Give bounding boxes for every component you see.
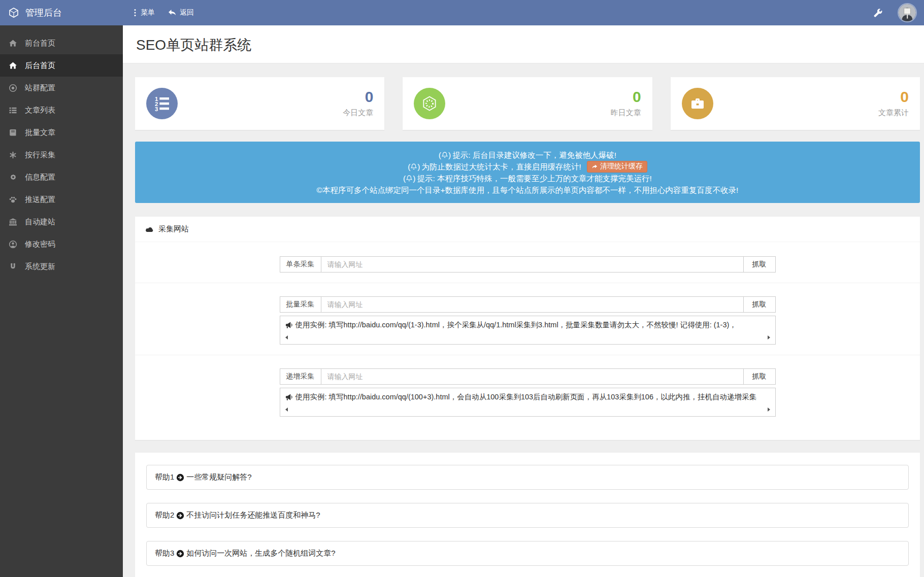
reply-icon — [168, 9, 176, 16]
notice-text: 提示: 后台目录建议修改一下，避免被他人爆破! — [452, 149, 616, 161]
menu-label: 菜单 — [141, 8, 155, 17]
arrow-circle-right-icon — [176, 550, 184, 558]
list-icon — [9, 106, 17, 115]
stat-card-yesterday: 0 昨日文章 — [403, 77, 652, 130]
bank-icon — [9, 218, 17, 226]
back-link[interactable]: 返回 — [168, 8, 194, 17]
chrome-globe-icon — [9, 84, 17, 92]
notice-line: () 提示: 后台目录建议修改一下，避免被他人爆破! — [145, 149, 910, 161]
sidebar-item-front-home[interactable]: 前台首页 — [0, 32, 123, 54]
sidebar-item-push-config[interactable]: 推送配置 — [0, 188, 123, 211]
sidebar-item-batch-article[interactable]: 批量文章 — [0, 121, 123, 144]
page-title: SEO单页站群系统 — [136, 36, 911, 55]
single-collect-section: 单条采集 抓取 — [135, 249, 920, 283]
sidebar-item-label: 前台首页 — [25, 39, 55, 48]
hexagon-icon — [414, 88, 445, 119]
batch-collect-section: 批量采集 抓取 使用实例: 填写http://baidu.com/qq/(1-3… — [135, 283, 920, 355]
single-collect-input[interactable] — [321, 256, 744, 273]
sidebar-item-change-password[interactable]: 修改密码 — [0, 233, 123, 255]
arrow-circle-right-icon — [176, 512, 184, 520]
svg-text:3: 3 — [155, 106, 158, 112]
stat-label: 今日文章 — [343, 108, 373, 118]
top-nav: 菜单 返回 — [123, 8, 194, 17]
stat-card-total: 0 文章累计 — [671, 77, 920, 130]
magnet-icon — [9, 262, 17, 271]
increment-hint-text: 使用实例: 填写http://baidu.com/qq/(100+3).html… — [295, 392, 757, 402]
bullhorn-icon — [285, 321, 293, 329]
scroll-left-icon[interactable] — [285, 335, 288, 340]
increment-collect-label: 递增采集 — [280, 368, 321, 385]
stat-value: 0 — [611, 89, 641, 105]
sidebar-item-label: 按行采集 — [25, 150, 55, 160]
home-icon — [9, 61, 17, 70]
book-icon — [9, 128, 17, 137]
single-collect-label: 单条采集 — [280, 256, 321, 273]
asterisk-icon — [9, 151, 17, 159]
increment-collect-input[interactable] — [321, 368, 744, 385]
increment-grab-button[interactable]: 抓取 — [744, 368, 776, 385]
top-right-tools — [874, 3, 924, 22]
ellipsis-v-icon — [133, 9, 137, 17]
collect-panel-heading: 采集网站 — [135, 217, 920, 242]
notice-text: ©本程序可多个站点绑定同一个目录+数据库使用，且每个站点所展示的单页内容都不一样… — [317, 184, 739, 196]
sidebar-item-label: 修改密码 — [25, 240, 55, 249]
batch-hint-box: 使用实例: 填写http://baidu.com/qq/(1-3).html，挨… — [280, 316, 776, 345]
help-item-3[interactable]: 帮助3 如何访问一次网站，生成多个随机组词文章? — [146, 541, 909, 566]
help-item-2[interactable]: 帮助2 不挂访问计划任务还能推送百度和神马? — [146, 503, 909, 528]
cloud-icon — [145, 226, 154, 233]
scroll-right-icon[interactable] — [768, 408, 770, 412]
sidebar-item-site-config[interactable]: 站群配置 — [0, 77, 123, 99]
sidebar-item-label: 自动建站 — [25, 217, 55, 227]
help-question: 不挂访问计划任务还能推送百度和神马? — [186, 511, 320, 520]
stat-card-today: 123 0 今日文章 — [135, 77, 384, 130]
batch-grab-button[interactable]: 抓取 — [744, 296, 776, 313]
single-grab-button[interactable]: 抓取 — [744, 256, 776, 273]
batch-collect-input[interactable] — [321, 296, 744, 313]
increment-collect-section: 递增采集 抓取 使用实例: 填写http://baidu.com/qq/(100… — [135, 355, 920, 427]
batch-collect-label: 批量采集 — [280, 296, 321, 313]
scroll-left-icon[interactable] — [285, 408, 288, 412]
increment-hint-scrollbar[interactable] — [285, 405, 770, 413]
avatar[interactable] — [898, 3, 917, 22]
help-item-1[interactable]: 帮助1 一些常规疑问解答? — [146, 465, 909, 490]
clear-cache-button[interactable]: 清理统计缓存 — [587, 161, 647, 173]
wrench-icon[interactable] — [874, 9, 882, 17]
bell-icon — [442, 152, 448, 158]
sidebar-item-auto-site[interactable]: 自动建站 — [0, 211, 123, 233]
collect-panel-title: 采集网站 — [158, 224, 189, 234]
help-prefix: 帮助2 — [155, 511, 174, 520]
app-brand[interactable]: 管理后台 — [0, 7, 123, 19]
notice-banner: () 提示: 后台目录建议修改一下，避免被他人爆破! () 为防止数据过大统计太… — [135, 142, 920, 203]
sidebar-item-article-list[interactable]: 文章列表 — [0, 99, 123, 121]
page-header: SEO单页站群系统 — [123, 25, 924, 63]
paw-icon — [9, 195, 17, 204]
sidebar-item-info-config[interactable]: 信息配置 — [0, 166, 123, 188]
sidebar-item-system-update[interactable]: 系统更新 — [0, 255, 123, 278]
notice-line: () 为防止数据过大统计太卡，直接启用缓存统计! 清理统计缓存 — [145, 161, 910, 173]
gear-icon — [9, 173, 17, 182]
sidebar-item-line-collect[interactable]: 按行采集 — [0, 144, 123, 166]
stat-value: 0 — [878, 89, 909, 105]
home-icon — [9, 39, 17, 48]
cube-logo-icon — [8, 7, 19, 18]
batch-hint-scrollbar[interactable] — [285, 333, 770, 341]
bell-icon — [406, 175, 412, 182]
menu-toggle[interactable]: 菜单 — [133, 8, 155, 17]
briefcase-icon — [682, 88, 713, 119]
bullhorn-icon — [285, 393, 293, 401]
scroll-right-icon[interactable] — [768, 335, 770, 340]
main-content: SEO单页站群系统 123 0 今日文章 — [123, 25, 924, 577]
top-bar: 管理后台 菜单 返回 — [0, 0, 924, 25]
back-label: 返回 — [180, 8, 194, 17]
help-panel: 帮助1 一些常规疑问解答? 帮助2 不挂访问计划任务还能推送百度和神马? 帮助3… — [135, 453, 920, 577]
help-question: 如何访问一次网站，生成多个随机组词文章? — [186, 549, 335, 558]
help-prefix: 帮助1 — [155, 472, 174, 482]
sidebar-item-label: 系统更新 — [25, 262, 55, 271]
stat-value: 0 — [343, 89, 373, 105]
sidebar-item-admin-home[interactable]: 后台首页 — [0, 54, 123, 77]
user-circle-icon — [9, 240, 17, 249]
sidebar-item-label: 批量文章 — [25, 128, 55, 138]
sidebar-item-label: 后台首页 — [25, 61, 55, 71]
sidebar-item-label: 站群配置 — [25, 83, 55, 93]
increment-hint-box: 使用实例: 填写http://baidu.com/qq/(100+3).html… — [280, 388, 776, 417]
